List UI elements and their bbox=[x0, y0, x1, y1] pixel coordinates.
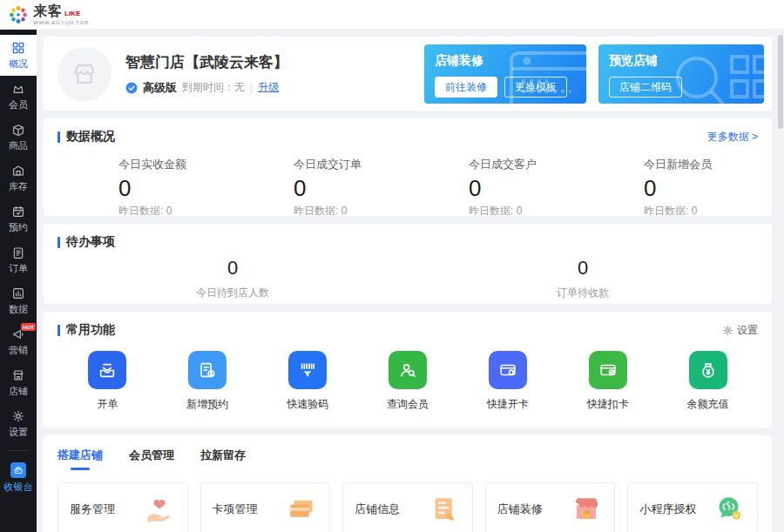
sidebar-label: 营销 bbox=[9, 344, 28, 357]
package-icon bbox=[11, 123, 25, 137]
open-bill-icon bbox=[88, 351, 126, 389]
card-store-decoration[interactable]: 店铺装修 bbox=[485, 482, 616, 532]
overview-grid-icon bbox=[11, 41, 25, 55]
card-store-info[interactable]: 店铺信息 bbox=[342, 482, 473, 532]
sidebar-item-inventory[interactable]: 库存 bbox=[0, 158, 37, 199]
stat-value: 0 bbox=[644, 175, 758, 202]
action-quick-verify-code[interactable]: 快速验码 bbox=[258, 351, 358, 412]
section-title: 待办事项 bbox=[66, 234, 115, 250]
todo-pending-payment: 0 订单待收款 bbox=[408, 257, 758, 300]
sidebar-label: 订单 bbox=[9, 262, 28, 275]
stat-sub: 昨日数据: 0 bbox=[644, 204, 758, 219]
sidebar-label: 库存 bbox=[9, 180, 28, 193]
sidebar-item-data[interactable]: 数据 bbox=[0, 280, 37, 321]
action-open-bill[interactable]: 开单 bbox=[57, 351, 158, 412]
promo-preview-card: 预览店铺 店铺二维码 bbox=[598, 44, 764, 104]
store-avatar bbox=[57, 47, 112, 101]
new-appointment-icon bbox=[188, 351, 226, 389]
action-search-member[interactable]: 查询会员 bbox=[358, 351, 458, 412]
stat-sub: 昨日数据: 0 bbox=[294, 204, 408, 219]
section-title: 数据概况 bbox=[66, 129, 115, 145]
tab-build-store[interactable]: 搭建店铺 bbox=[57, 448, 103, 470]
expire-text: 到期时间：无 bbox=[182, 80, 245, 95]
verify-code-icon bbox=[288, 351, 327, 389]
sidebar-label: 概况 bbox=[9, 57, 28, 71]
sidebar-label: 店铺 bbox=[9, 385, 28, 398]
card-miniprogram-auth[interactable]: 小程序授权 bbox=[627, 482, 758, 532]
warehouse-icon bbox=[11, 164, 25, 178]
sidebar-item-members[interactable]: 会员 bbox=[0, 76, 37, 117]
action-balance-recharge[interactable]: 余额充值 bbox=[658, 351, 758, 412]
quick-actions-settings-button[interactable]: 设置 bbox=[722, 323, 758, 338]
logo-subtitle: WWW.EGYUN.TOP bbox=[33, 20, 89, 25]
member-crown-icon bbox=[11, 82, 25, 96]
stat-value: 0 bbox=[294, 175, 408, 202]
card-label: 服务管理 bbox=[70, 502, 115, 517]
action-label: 快捷开卡 bbox=[487, 397, 529, 412]
deduct-card-icon bbox=[589, 351, 627, 389]
scrollbar-track[interactable] bbox=[777, 30, 784, 532]
sidebar-label: 会员 bbox=[9, 98, 28, 111]
main-content: 智慧门店【武陵云来客】 高级版 到期时间：无 | 升级 店铺装修 前往装修 更换… bbox=[37, 30, 784, 532]
gear-icon bbox=[11, 409, 25, 423]
logo-text-en: LIKE bbox=[64, 10, 80, 17]
sidebar-item-marketing[interactable]: HOT 营销 bbox=[0, 321, 37, 362]
action-quick-open-card[interactable]: 快捷开卡 bbox=[457, 351, 558, 412]
stat-value: 0 bbox=[118, 175, 233, 202]
logo-icon bbox=[8, 4, 29, 25]
todo-card: 待办事项 0 今日待到店人数 0 订单待收款 bbox=[44, 224, 772, 304]
action-label: 余额充值 bbox=[687, 397, 729, 412]
app-logo[interactable]: 来客 LIKE WWW.EGYUN.TOP bbox=[8, 4, 89, 25]
stat-today-revenue: 今日实收金额 0 昨日数据: 0 bbox=[57, 157, 233, 219]
settings-label: 设置 bbox=[737, 323, 758, 338]
card-card-items[interactable]: 卡项管理 bbox=[200, 482, 331, 532]
open-card-icon bbox=[489, 351, 527, 389]
cards-icon bbox=[285, 495, 318, 523]
sidebar-label: 预约 bbox=[9, 221, 28, 234]
upgrade-link[interactable]: 升级 bbox=[258, 80, 279, 95]
promo-decorate-card: 店铺装修 前往装修 更换模板 bbox=[424, 44, 586, 104]
scrollbar-thumb[interactable] bbox=[778, 35, 783, 129]
chart-icon bbox=[11, 286, 25, 300]
go-decorate-button[interactable]: 前往装修 bbox=[435, 77, 497, 98]
card-label: 店铺信息 bbox=[355, 502, 400, 517]
change-template-button[interactable]: 更换模板 bbox=[504, 77, 567, 98]
todo-arrivals: 0 今日待到店人数 bbox=[57, 257, 408, 300]
logo-text-cn: 来客 bbox=[33, 4, 63, 18]
sidebar-item-store[interactable]: 店铺 bbox=[0, 362, 37, 403]
miniprogram-icon bbox=[714, 495, 746, 524]
stat-new-members: 今日新增会员 0 昨日数据: 0 bbox=[583, 157, 758, 219]
tab-member-management[interactable]: 会员管理 bbox=[129, 448, 174, 470]
action-label: 新增预约 bbox=[186, 397, 228, 412]
recharge-icon bbox=[689, 351, 727, 389]
sidebar-item-orders[interactable]: 订单 bbox=[0, 239, 37, 280]
sidebar-divider bbox=[7, 450, 30, 451]
more-data-link[interactable]: 更多数据 > bbox=[707, 130, 758, 145]
todo-label: 订单待收款 bbox=[408, 286, 758, 300]
stat-value: 0 bbox=[469, 175, 583, 202]
sidebar-item-settings[interactable]: 设置 bbox=[0, 403, 37, 444]
sidebar-label: 设置 bbox=[9, 426, 28, 439]
store-qrcode-button[interactable]: 店铺二维码 bbox=[609, 77, 682, 98]
search-member-icon bbox=[389, 351, 427, 389]
sidebar-item-appointments[interactable]: 预约 bbox=[0, 199, 37, 239]
data-overview-card: 数据概况 更多数据 > 今日实收金额 0 昨日数据: 0 今日成交订单 0 昨日… bbox=[44, 118, 772, 216]
clipboard-icon bbox=[11, 246, 25, 259]
store-header-card: 智慧门店【武陵云来客】 高级版 到期时间：无 | 升级 店铺装修 前往装修 更换… bbox=[44, 37, 772, 111]
action-new-appointment[interactable]: 新增预约 bbox=[158, 351, 258, 412]
card-label: 小程序授权 bbox=[639, 502, 696, 517]
sidebar-item-products[interactable]: 商品 bbox=[0, 117, 37, 158]
action-quick-deduct-card[interactable]: 快捷扣卡 bbox=[558, 351, 658, 412]
stat-today-customers: 今日成交客户 0 昨日数据: 0 bbox=[408, 157, 583, 219]
stat-label: 今日实收金额 bbox=[118, 157, 233, 172]
card-service-management[interactable]: 服务管理 bbox=[57, 482, 188, 532]
card-label: 店铺装修 bbox=[497, 502, 543, 517]
cashier-icon bbox=[10, 462, 26, 478]
sidebar-label: 数据 bbox=[9, 303, 28, 316]
section-accent-bar bbox=[57, 325, 60, 336]
sidebar: 概况 会员 商品 库存 预约 订单 数据 HOT 营销 店铺 设置 bbox=[0, 30, 37, 532]
sidebar-item-cashier[interactable]: 收银台 bbox=[0, 457, 37, 498]
tab-acquisition-retention[interactable]: 拉新留存 bbox=[200, 448, 246, 470]
sidebar-item-overview[interactable]: 概况 bbox=[0, 35, 37, 76]
store-name: 智慧门店【武陵云来客】 bbox=[125, 52, 288, 72]
